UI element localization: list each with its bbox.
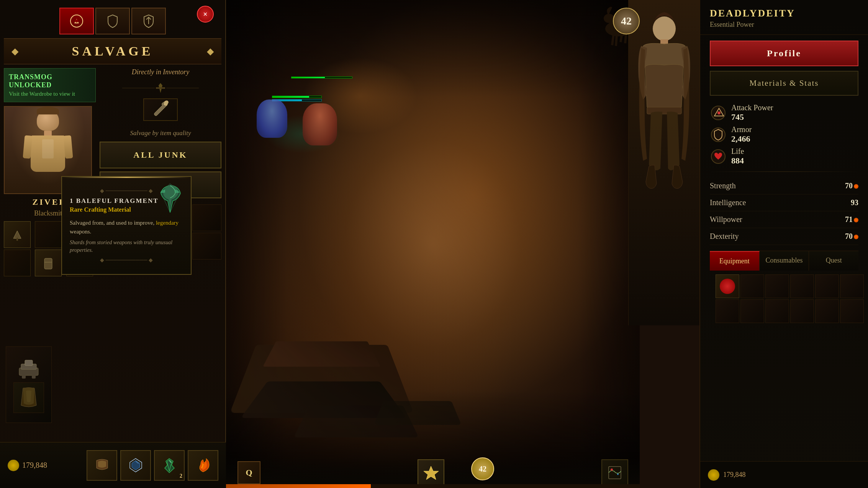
- right-currency-amount: 179,848: [723, 471, 746, 479]
- gold-icon: [8, 460, 19, 471]
- dexterity-value: 70: [845, 232, 858, 241]
- right-slot-10[interactable]: [790, 299, 814, 323]
- profile-button[interactable]: Profile: [710, 41, 858, 66]
- life-info: Life 884: [731, 147, 858, 166]
- salvage-title-bar: SALVAGE: [4, 38, 221, 64]
- gem-icon: [154, 183, 185, 213]
- life-value: 884: [731, 156, 858, 166]
- anvil-area: [6, 346, 52, 423]
- salvage-title: SALVAGE: [72, 44, 154, 59]
- right-slot-11[interactable]: [815, 299, 839, 323]
- equip-slot-5[interactable]: [35, 250, 62, 276]
- tab-salvage[interactable]: [59, 8, 94, 34]
- tab-quest[interactable]: Quest: [809, 251, 858, 271]
- right-slot-3[interactable]: [765, 274, 789, 298]
- enemy-health-area: [291, 77, 352, 78]
- armor-value: 2,466: [731, 134, 858, 144]
- dexterity-dot: [854, 235, 858, 239]
- tooltip-flavor: Shards from storied weapons with truly u…: [70, 239, 183, 254]
- attack-power-row: Attack Power 745: [710, 103, 858, 122]
- quick-item-1[interactable]: [87, 450, 117, 481]
- intelligence-label: Intelligence: [710, 198, 746, 207]
- right-slot-5[interactable]: [815, 274, 839, 298]
- char-name: DEADLYDEITY: [710, 8, 858, 19]
- quality-label: Salvage by item quality: [100, 129, 221, 137]
- right-slot-9[interactable]: [765, 299, 789, 323]
- armor-row: Armor 2,466: [710, 125, 858, 144]
- combat-area: [257, 100, 287, 138]
- willpower-label: Willpower: [710, 215, 742, 224]
- inv-slot-4[interactable]: [192, 204, 222, 231]
- life-icon: [710, 148, 727, 165]
- minimap-button[interactable]: [601, 459, 628, 486]
- sword-divider: [100, 81, 221, 95]
- stats-divider: [710, 171, 858, 172]
- dexterity-row: Dexterity 70: [710, 228, 858, 245]
- inv-slot-8[interactable]: [192, 233, 222, 260]
- armor-info: Armor 2,466: [731, 125, 858, 144]
- svg-rect-13: [156, 87, 165, 89]
- svg-rect-9: [16, 238, 18, 241]
- equip-slot-4[interactable]: [4, 250, 31, 276]
- armor-icon: [710, 126, 727, 143]
- svg-point-23: [717, 111, 721, 114]
- right-slot-4[interactable]: [790, 274, 814, 298]
- attack-power-icon: [710, 104, 727, 121]
- all-junk-button[interactable]: ALL JUNK: [100, 142, 221, 168]
- tab-equipment[interactable]: Equipment: [710, 251, 760, 271]
- right-character-art: [628, 0, 699, 325]
- dexterity-label: Dexterity: [710, 232, 739, 241]
- quick-item-4[interactable]: [188, 450, 218, 481]
- intelligence-value: 93: [851, 198, 858, 207]
- equip-slot-2[interactable]: [35, 221, 62, 248]
- exp-bar: [226, 484, 371, 488]
- exp-bar-container: [226, 484, 640, 488]
- right-slot-12[interactable]: [840, 299, 864, 323]
- right-slot-2[interactable]: [740, 274, 764, 298]
- attack-power-info: Attack Power 745: [731, 103, 858, 122]
- right-slot-7[interactable]: [716, 299, 739, 323]
- tab-upgrade[interactable]: [131, 8, 166, 34]
- right-slot-1[interactable]: [716, 274, 739, 298]
- right-currency-icon: [708, 469, 719, 481]
- transmog-banner: TRANSMOG UNLOCKED Visit the Wardrobe to …: [4, 68, 96, 102]
- char-header: DEADLYDEITY Essential Power: [700, 0, 868, 35]
- quick-item-3[interactable]: 2: [154, 450, 185, 481]
- svg-rect-18: [22, 375, 26, 379]
- svg-point-8: [75, 20, 78, 23]
- right-slot-8[interactable]: [740, 299, 764, 323]
- tab-shield[interactable]: [95, 8, 130, 34]
- right-slot-6[interactable]: [840, 274, 864, 298]
- char-subtitle: Essential Power: [710, 21, 858, 29]
- close-button[interactable]: ×: [197, 6, 214, 23]
- pickaxe-icon: [143, 98, 178, 121]
- slot-gem-1: [720, 279, 735, 294]
- right-equip-grid: [710, 271, 858, 327]
- svg-line-5: [612, 34, 614, 45]
- tab-consumables[interactable]: Consumables: [760, 251, 809, 271]
- player-skill-icon[interactable]: [418, 459, 444, 486]
- svg-rect-10: [44, 258, 52, 269]
- equip-slot-1[interactable]: [4, 221, 31, 248]
- svg-point-30: [611, 468, 613, 471]
- tooltip-deco-bottom: ◆ ─────────── ◆: [70, 257, 183, 263]
- quick-item-2[interactable]: [120, 450, 151, 481]
- top-tabs-area: ×: [0, 0, 225, 38]
- materials-button[interactable]: Materials & Stats: [710, 71, 858, 96]
- quick-items-area: 2: [87, 450, 218, 481]
- equipment-tabs: Equipment Consumables Quest: [710, 251, 858, 271]
- game-debris-4: [373, 401, 462, 425]
- q-button[interactable]: Q: [237, 461, 260, 484]
- stats-section: Profile Materials & Stats Attack Power 7…: [700, 35, 868, 333]
- svg-point-31: [617, 473, 619, 475]
- right-bottom-bar: 179,848: [700, 461, 868, 488]
- svg-line-6: [616, 34, 617, 46]
- level-badge: 42: [613, 8, 640, 34]
- game-world: [226, 0, 640, 488]
- anvil-slot[interactable]: [13, 382, 44, 413]
- willpower-dot: [854, 218, 858, 222]
- currency-amount: 179,848: [22, 461, 47, 470]
- willpower-row: Willpower 71: [710, 211, 858, 228]
- life-row: Life 884: [710, 147, 858, 166]
- transmog-subtitle: Visit the Wardrobe to view it: [9, 91, 91, 97]
